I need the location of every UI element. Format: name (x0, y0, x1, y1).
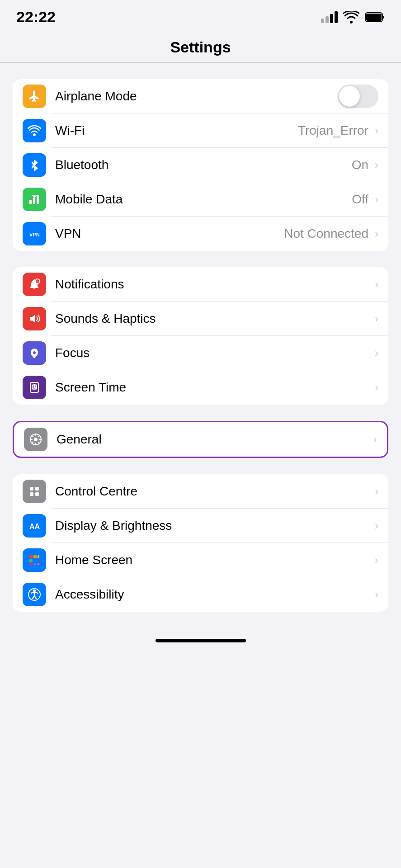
svg-rect-19 (35, 492, 39, 496)
wifi-row[interactable]: Wi-Fi Trojan_Error › (13, 113, 388, 148)
general-row[interactable]: General › (14, 422, 387, 457)
general-label: General (57, 432, 372, 447)
svg-rect-29 (38, 563, 39, 565)
svg-point-15 (34, 438, 38, 441)
wifi-chevron-icon: › (375, 124, 378, 137)
bluetooth-value: On (352, 158, 368, 172)
wifi-status-icon (343, 11, 359, 24)
focus-chevron-icon: › (375, 347, 378, 359)
svg-point-10 (33, 351, 36, 354)
mobile-data-icon (23, 188, 46, 211)
sounds-row[interactable]: Sounds & Haptics › (13, 302, 388, 336)
accessibility-label: Accessibility (55, 587, 373, 602)
page-title-bar: Settings (0, 30, 401, 63)
wifi-icon (23, 119, 46, 142)
airplane-mode-toggle[interactable] (338, 85, 378, 108)
bluetooth-icon (23, 153, 46, 177)
svg-rect-23 (38, 555, 39, 558)
svg-rect-4 (33, 198, 35, 204)
svg-rect-21 (29, 555, 33, 558)
svg-rect-3 (29, 200, 32, 204)
home-indicator (156, 639, 246, 642)
display-label: Display & Brightness (55, 519, 373, 533)
system1-section: ! Notifications › Sounds & Haptics › Foc… (13, 267, 388, 405)
screen-time-row[interactable]: Screen Time › (13, 370, 388, 405)
svg-rect-16 (30, 487, 33, 491)
signal-bars-icon (321, 11, 338, 23)
screen-time-icon (23, 376, 46, 399)
vpn-label: VPN (55, 226, 284, 241)
mobile-data-chevron-icon: › (375, 193, 378, 206)
status-time: 22:22 (16, 8, 56, 26)
battery-icon (365, 12, 385, 23)
svg-rect-18 (30, 492, 33, 496)
svg-rect-25 (33, 559, 37, 562)
connectivity-section: Airplane Mode Wi-Fi Trojan_Error › Bluet… (13, 79, 388, 251)
mobile-data-value: Off (352, 192, 368, 207)
vpn-chevron-icon: › (375, 227, 378, 240)
bluetooth-chevron-icon: › (375, 159, 378, 171)
control-centre-label: Control Centre (55, 484, 373, 499)
status-icons (321, 11, 385, 24)
mobile-data-row[interactable]: Mobile Data Off › (13, 182, 388, 217)
control-centre-row[interactable]: Control Centre › (13, 474, 388, 509)
notifications-chevron-icon: › (375, 278, 378, 291)
svg-rect-17 (35, 487, 39, 491)
svg-rect-24 (29, 559, 33, 562)
notifications-label: Notifications (55, 277, 373, 292)
display-row[interactable]: AA Display & Brightness › (13, 509, 388, 543)
system3-section: Control Centre › AA Display & Brightness… (13, 474, 388, 612)
status-bar: 22:22 (0, 0, 401, 30)
notifications-row[interactable]: ! Notifications › (13, 267, 388, 302)
control-centre-icon (23, 480, 46, 503)
focus-row[interactable]: Focus › (13, 336, 388, 370)
svg-rect-22 (33, 555, 37, 558)
wifi-value: Trojan_Error (298, 123, 368, 138)
bluetooth-label: Bluetooth (55, 158, 352, 172)
home-screen-label: Home Screen (55, 553, 373, 567)
svg-point-2 (33, 133, 36, 136)
airplane-mode-toggle-knob (339, 86, 360, 107)
bottom-bar (0, 628, 401, 651)
notifications-icon: ! (23, 273, 46, 296)
accessibility-icon (23, 583, 46, 606)
focus-label: Focus (55, 346, 373, 360)
svg-text:AA: AA (29, 523, 40, 530)
accessibility-row[interactable]: Accessibility › (13, 577, 388, 612)
sounds-chevron-icon: › (375, 312, 378, 325)
vpn-value: Not Connected (284, 226, 368, 241)
page-title: Settings (170, 38, 231, 56)
display-chevron-icon: › (375, 519, 378, 532)
control-centre-chevron-icon: › (375, 485, 378, 498)
screen-time-label: Screen Time (55, 380, 373, 395)
svg-text:!: ! (37, 280, 38, 283)
vpn-icon: VPN (23, 222, 46, 245)
svg-rect-5 (37, 195, 39, 204)
home-screen-icon (23, 548, 46, 572)
focus-icon (23, 341, 46, 365)
general-icon (24, 428, 47, 451)
wifi-label: Wi-Fi (55, 123, 298, 138)
svg-rect-27 (29, 563, 33, 565)
airplane-mode-row[interactable]: Airplane Mode (13, 79, 388, 113)
svg-rect-1 (366, 14, 382, 21)
display-icon: AA (23, 514, 46, 538)
vpn-row[interactable]: VPN VPN Not Connected › (13, 217, 388, 251)
general-chevron-icon: › (373, 433, 377, 446)
general-section: General › (13, 421, 388, 458)
svg-point-6 (33, 195, 36, 198)
airplane-mode-label: Airplane Mode (55, 89, 338, 104)
airplane-mode-icon (23, 85, 46, 108)
sounds-icon (23, 307, 46, 330)
svg-rect-26 (38, 559, 39, 562)
sounds-label: Sounds & Haptics (55, 311, 373, 326)
home-screen-chevron-icon: › (375, 554, 378, 566)
mobile-data-label: Mobile Data (55, 192, 352, 207)
bluetooth-row[interactable]: Bluetooth On › (13, 148, 388, 182)
screen-time-chevron-icon: › (375, 381, 378, 394)
accessibility-chevron-icon: › (375, 588, 378, 601)
svg-text:VPN: VPN (29, 232, 40, 237)
svg-rect-28 (33, 563, 37, 565)
home-screen-row[interactable]: Home Screen › (13, 543, 388, 577)
